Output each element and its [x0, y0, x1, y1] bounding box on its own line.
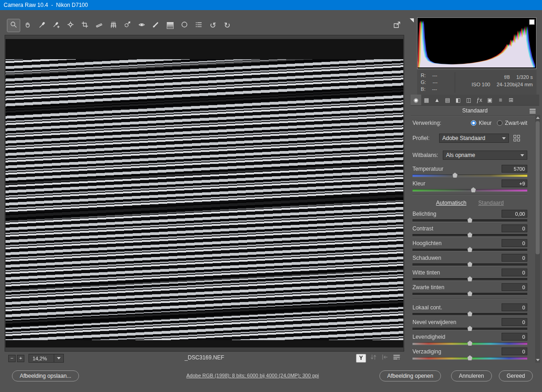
- slider-label: Witte tinten: [412, 269, 440, 276]
- white-balance-tool-button[interactable]: [36, 19, 48, 32]
- swap-before-after-button[interactable]: [369, 353, 378, 363]
- slider-value-input[interactable]: [502, 165, 527, 173]
- target-icon: [67, 21, 75, 31]
- slider-value-input[interactable]: [502, 283, 527, 291]
- slider-track[interactable]: [412, 278, 527, 280]
- slider-thumb[interactable]: [468, 341, 473, 346]
- slider-value-input[interactable]: [502, 239, 527, 247]
- tab-detail[interactable]: ▲: [432, 95, 442, 105]
- targeted-adjustment-tool-button[interactable]: [64, 19, 77, 32]
- automatisch-link[interactable]: Automatisch: [436, 200, 466, 207]
- tab-presets[interactable]: ≡: [495, 95, 506, 105]
- radial-filter-tool-button[interactable]: [178, 19, 191, 32]
- slider-value-input[interactable]: [502, 210, 527, 218]
- slider-track[interactable]: [412, 189, 527, 191]
- settings-list-button[interactable]: [192, 19, 205, 32]
- panel-scrollbar[interactable]: [535, 115, 540, 363]
- before-after-view-button[interactable]: Y: [356, 354, 366, 363]
- slider-temperatuur: Temperatuur: [412, 165, 527, 177]
- preview-status-strip: − + 14,2% _DSC3169.NEF Y: [5, 352, 404, 364]
- crop-tool-button[interactable]: [79, 19, 91, 32]
- scroll-up-arrow[interactable]: [535, 115, 540, 120]
- slider-thumb[interactable]: [468, 218, 473, 223]
- slider-thumb[interactable]: [468, 262, 473, 267]
- slider-track[interactable]: [412, 342, 527, 345]
- slider-value-input[interactable]: [502, 347, 527, 355]
- standaard-link[interactable]: Standaard: [478, 200, 503, 207]
- camera-raw-window: { "titlebar": { "title": "Camera Raw 10.…: [0, 0, 542, 392]
- scrollbar-thumb[interactable]: [536, 121, 540, 254]
- profile-browser-icon[interactable]: [514, 135, 520, 141]
- red-eye-tool-button[interactable]: [136, 19, 148, 32]
- highlight-clipping-indicator[interactable]: [529, 19, 535, 25]
- slider-track[interactable]: [412, 263, 527, 266]
- slider-thumb[interactable]: [468, 232, 473, 237]
- slider-track[interactable]: [412, 357, 527, 359]
- slider-value-input[interactable]: [502, 333, 527, 341]
- tab-camera-calibration[interactable]: ▣: [485, 95, 495, 105]
- slider-thumb[interactable]: [468, 291, 473, 296]
- slider-lokaal-cont: Lokaal cont.: [412, 303, 527, 315]
- slider-thumb[interactable]: [468, 276, 473, 281]
- slider-track[interactable]: [412, 219, 527, 222]
- adjustment-brush-tool-button[interactable]: [150, 19, 162, 32]
- slider-track[interactable]: [412, 174, 527, 177]
- slider-thumb[interactable]: [468, 247, 473, 252]
- slider-track[interactable]: [412, 328, 527, 330]
- rotate-right-button[interactable]: ↻: [221, 19, 233, 32]
- radio-kleur[interactable]: Kleur: [471, 120, 491, 126]
- graduated-filter-tool-button[interactable]: [164, 19, 176, 32]
- slider-thumb[interactable]: [468, 311, 473, 316]
- brush-icon: [152, 21, 160, 31]
- preview-options-button[interactable]: [392, 353, 401, 363]
- open-image-button[interactable]: Afbeelding openen: [379, 370, 441, 381]
- image-preview[interactable]: [6, 39, 403, 347]
- hand-tool-button[interactable]: [22, 19, 34, 32]
- slider-value-input[interactable]: [502, 224, 527, 232]
- verwerking-label: Verwerking:: [412, 120, 441, 126]
- slider-thumb[interactable]: [471, 187, 476, 192]
- slider-value-input[interactable]: [502, 179, 527, 187]
- workflow-options-link[interactable]: Adobe RGB (1998); 8 bits; 6000 bij 4000 …: [186, 373, 319, 378]
- eye-icon: [138, 21, 146, 31]
- tab-snapshots[interactable]: ⊞: [506, 95, 516, 105]
- zoom-tool-button[interactable]: [7, 19, 20, 32]
- transform-tool-button[interactable]: [107, 19, 119, 32]
- scroll-down-arrow[interactable]: [535, 357, 540, 363]
- slider-track[interactable]: [412, 234, 527, 236]
- slider-label: Contrast: [412, 225, 433, 232]
- healing-brush-icon: [124, 21, 132, 31]
- white-balance-select[interactable]: Als opname: [443, 151, 527, 160]
- profile-select[interactable]: Adobe Standaard: [439, 134, 509, 143]
- radio-icon: [497, 120, 502, 126]
- tab-tone-curve[interactable]: ▦: [421, 95, 432, 105]
- tab-hsl-grayscale[interactable]: ▤: [442, 95, 453, 105]
- radio-zwart-wit[interactable]: Zwart-wit: [497, 120, 527, 126]
- shadow-clipping-indicator[interactable]: [410, 18, 414, 22]
- slider-track[interactable]: [412, 249, 527, 251]
- tab-effects[interactable]: ƒx: [474, 95, 485, 105]
- slider-value-input[interactable]: [502, 303, 527, 311]
- done-button[interactable]: Gereed: [499, 370, 533, 381]
- slider-value-input[interactable]: [502, 318, 527, 326]
- spot-removal-tool-button[interactable]: [121, 19, 134, 32]
- tab-lens-corrections[interactable]: ◫: [463, 95, 474, 105]
- copy-settings-button[interactable]: [381, 353, 389, 363]
- tab-basic[interactable]: ◉: [411, 95, 421, 105]
- slider-track[interactable]: [412, 313, 527, 315]
- slider-thumb[interactable]: [468, 326, 473, 331]
- save-image-button[interactable]: Afbeelding opslaan...: [12, 370, 79, 381]
- slider-thumb[interactable]: [452, 173, 457, 178]
- cancel-button[interactable]: Annuleren: [451, 370, 492, 381]
- slider-value-input[interactable]: [502, 254, 527, 262]
- color-sampler-tool-button[interactable]: [50, 19, 62, 32]
- titlebar[interactable]: Camera Raw 10.4 - Nikon D7100: [0, 0, 542, 10]
- fullscreen-toggle-button[interactable]: [391, 20, 403, 32]
- rotate-left-button[interactable]: ↺: [207, 19, 219, 32]
- slider-value-input[interactable]: [502, 269, 527, 276]
- slider-track[interactable]: [412, 293, 527, 295]
- slider-thumb[interactable]: [468, 355, 473, 360]
- panel-menu-icon[interactable]: [530, 108, 536, 114]
- straighten-tool-button[interactable]: [93, 19, 105, 32]
- tab-split-toning[interactable]: ◧: [453, 95, 463, 105]
